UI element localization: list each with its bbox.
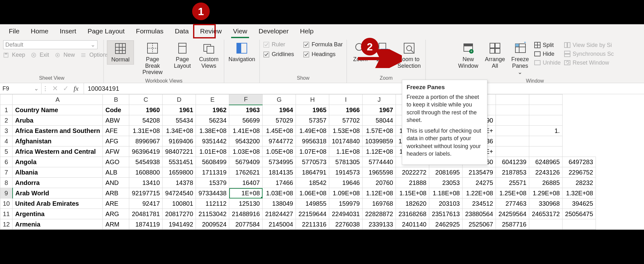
row-header[interactable]: 11 bbox=[0, 209, 13, 219]
column-header[interactable]: A bbox=[13, 95, 103, 105]
cell[interactable]: 1711319 bbox=[196, 167, 229, 178]
row-header[interactable]: 12 bbox=[0, 219, 13, 230]
cell[interactable]: 277463 bbox=[496, 198, 529, 209]
cell[interactable]: 1.32E+08 bbox=[563, 188, 596, 198]
row-header[interactable]: 10 bbox=[0, 198, 13, 209]
cell[interactable]: 21153042 bbox=[196, 209, 229, 219]
cell[interactable]: 1.01E+08 bbox=[196, 146, 229, 157]
cell[interactable]: 1.03E+08 bbox=[229, 146, 263, 157]
column-header[interactable]: E bbox=[196, 95, 229, 105]
cell[interactable]: 1.45E+08 bbox=[263, 126, 296, 136]
cell[interactable]: 1966 bbox=[329, 105, 363, 115]
cell[interactable]: 5781305 bbox=[329, 157, 363, 167]
column-header[interactable]: C bbox=[129, 95, 163, 105]
headings-checkbox[interactable]: Headings bbox=[303, 50, 343, 59]
cell[interactable]: AFW bbox=[103, 146, 129, 157]
cell[interactable]: 23168268 bbox=[396, 209, 429, 219]
cell[interactable] bbox=[496, 136, 529, 146]
cell[interactable]: 98407221 bbox=[163, 146, 196, 157]
cell[interactable]: 56234 bbox=[196, 115, 229, 126]
cell[interactable]: AFE bbox=[103, 126, 129, 136]
cell[interactable] bbox=[529, 105, 563, 115]
cell[interactable]: United Arab Emirates bbox=[13, 198, 103, 209]
cell[interactable]: 1814135 bbox=[263, 167, 296, 178]
cell[interactable]: 1.07E+08 bbox=[296, 146, 329, 157]
cell[interactable]: 1.57E+08 bbox=[363, 126, 396, 136]
row-header[interactable]: 5 bbox=[0, 146, 13, 157]
cell[interactable]: 1.1E+08 bbox=[329, 146, 363, 157]
cell[interactable]: AFG bbox=[103, 136, 129, 146]
cell[interactable]: 9169406 bbox=[163, 136, 196, 146]
cell[interactable]: Angola bbox=[13, 157, 103, 167]
cell[interactable]: 5679409 bbox=[229, 157, 263, 167]
page-layout-button[interactable]: Page Layout bbox=[171, 40, 194, 70]
column-header[interactable]: B bbox=[103, 95, 129, 105]
cell[interactable]: ABW bbox=[103, 115, 129, 126]
cell[interactable]: 23053 bbox=[429, 178, 463, 188]
freeze-panes-button[interactable]: * Freeze Panes ⌄ bbox=[509, 40, 531, 77]
cell[interactable]: 1.12E+08 bbox=[363, 146, 396, 157]
cell[interactable]: 26885 bbox=[529, 178, 563, 188]
arrange-all-button[interactable]: Arrange All bbox=[484, 40, 506, 70]
cell[interactable]: 16407 bbox=[229, 178, 263, 188]
fx-icon[interactable]: fx bbox=[74, 84, 80, 93]
cell[interactable]: 22159644 bbox=[296, 209, 329, 219]
tab-file[interactable]: File bbox=[4, 25, 25, 37]
cell[interactable]: 92417 bbox=[129, 198, 163, 209]
cell[interactable]: 100801 bbox=[163, 198, 196, 209]
cell[interactable]: 1965 bbox=[296, 105, 329, 115]
cell[interactable] bbox=[529, 136, 563, 146]
cell[interactable]: 2276038 bbox=[329, 219, 363, 230]
cell[interactable]: 20817270 bbox=[163, 209, 196, 219]
spreadsheet[interactable]: ABCDEFGHIJKLM1Country NameCode1960196119… bbox=[0, 94, 644, 230]
cell[interactable]: 149855 bbox=[296, 198, 329, 209]
cell[interactable]: 8996967 bbox=[129, 136, 163, 146]
cell[interactable]: 22828872 bbox=[363, 209, 396, 219]
cell[interactable]: 28232 bbox=[563, 178, 596, 188]
cell[interactable]: 94724540 bbox=[163, 188, 196, 198]
tab-data[interactable]: Data bbox=[170, 25, 194, 37]
cell[interactable]: Country Name bbox=[13, 105, 103, 115]
cell[interactable]: 92197715 bbox=[129, 188, 163, 198]
cell[interactable]: 1961 bbox=[163, 105, 196, 115]
cell[interactable]: 2022272 bbox=[396, 167, 429, 178]
cell[interactable]: 1914573 bbox=[329, 167, 363, 178]
cell[interactable]: Armenia bbox=[13, 219, 103, 230]
custom-views-button[interactable]: Custom Views bbox=[197, 40, 221, 70]
name-box[interactable]: F9 ⌄ bbox=[0, 83, 42, 94]
column-header[interactable] bbox=[529, 95, 563, 105]
cell[interactable]: 6248965 bbox=[529, 157, 563, 167]
cell[interactable]: 10399859 bbox=[363, 136, 396, 146]
cell[interactable]: 58044 bbox=[363, 115, 396, 126]
cell[interactable]: 159979 bbox=[329, 198, 363, 209]
cell[interactable]: 5734995 bbox=[263, 157, 296, 167]
cell[interactable]: 9351442 bbox=[196, 136, 229, 146]
cell[interactable]: 1E+08 bbox=[229, 188, 263, 198]
row-header[interactable]: 6 bbox=[0, 157, 13, 167]
cell[interactable]: 1962 bbox=[196, 105, 229, 115]
cell[interactable]: 1941492 bbox=[163, 219, 196, 230]
cell[interactable]: 24653172 bbox=[529, 209, 563, 219]
cell[interactable]: 9543200 bbox=[229, 136, 263, 146]
cell[interactable]: 1.34E+08 bbox=[163, 126, 196, 136]
tab-home[interactable]: Home bbox=[26, 25, 53, 37]
cell[interactable]: 1964 bbox=[263, 105, 296, 115]
cell[interactable]: 125130 bbox=[229, 198, 263, 209]
cell[interactable]: 1.53E+08 bbox=[329, 126, 363, 136]
cell[interactable]: 57702 bbox=[329, 115, 363, 126]
cell[interactable]: 1762621 bbox=[229, 167, 263, 178]
cell[interactable]: 1.12E+08 bbox=[363, 188, 396, 198]
cell[interactable]: 15379 bbox=[196, 178, 229, 188]
cell[interactable]: 21488916 bbox=[229, 209, 263, 219]
cell[interactable]: 57029 bbox=[263, 115, 296, 126]
cell[interactable]: ARE bbox=[103, 198, 129, 209]
cell[interactable]: 1.15E+08 bbox=[396, 188, 429, 198]
cell[interactable] bbox=[529, 219, 563, 230]
cell[interactable]: 5774440 bbox=[363, 157, 396, 167]
gridlines-checkbox[interactable]: Gridlines bbox=[263, 50, 295, 59]
cell[interactable] bbox=[529, 115, 563, 126]
cell[interactable]: 2077584 bbox=[229, 219, 263, 230]
cell[interactable]: 1.05E+08 bbox=[263, 146, 296, 157]
cell[interactable]: 1963 bbox=[229, 105, 263, 115]
cell[interactable] bbox=[496, 126, 529, 136]
